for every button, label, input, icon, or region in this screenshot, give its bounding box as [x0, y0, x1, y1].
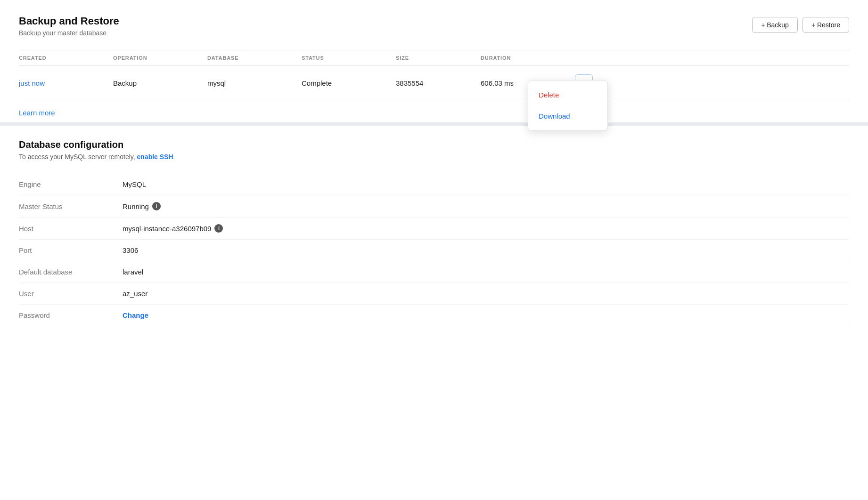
- host-value: mysql-instance-a326097b09: [123, 225, 211, 233]
- config-label-host: Host: [19, 225, 123, 233]
- config-row-default-db: Default database laravel: [19, 261, 849, 283]
- backup-table: CREATED OPERATION DATABASE STATUS SIZE D…: [19, 50, 849, 122]
- status-info-icon[interactable]: i: [152, 202, 161, 210]
- desc-suffix: .: [173, 153, 175, 161]
- config-value-status: Running i: [123, 202, 849, 210]
- col-created: CREATED: [19, 55, 113, 61]
- config-row-status: Master Status Running i: [19, 195, 849, 218]
- col-database: DATABASE: [207, 55, 302, 61]
- config-row-engine: Engine MySQL: [19, 174, 849, 195]
- restore-button[interactable]: + Restore: [802, 17, 849, 33]
- config-row-port: Port 3306: [19, 240, 849, 261]
- change-password-link[interactable]: Change: [123, 311, 148, 319]
- db-config-title: Database configuration: [19, 139, 849, 150]
- page-header: Backup and Restore Backup your master da…: [19, 15, 849, 37]
- dropdown-download-item[interactable]: Download: [528, 105, 607, 127]
- col-status: STATUS: [302, 55, 396, 61]
- config-value-host: mysql-instance-a326097b09 i: [123, 224, 849, 233]
- enable-ssh-link[interactable]: enable SSH: [137, 153, 173, 161]
- default-db-value: laravel: [123, 268, 143, 276]
- port-value: 3306: [123, 246, 138, 254]
- col-actions: [575, 55, 603, 61]
- table-row: just now Backup mysql Complete 3835554 6…: [19, 66, 849, 100]
- dropdown-delete-item[interactable]: Delete: [528, 84, 607, 105]
- page-title: Backup and Restore: [19, 15, 119, 27]
- page-container: Backup and Restore Backup your master da…: [0, 0, 868, 341]
- config-label-engine: Engine: [19, 180, 123, 188]
- col-size: SIZE: [396, 55, 481, 61]
- col-duration: DURATION: [481, 55, 575, 61]
- desc-prefix: To access your MySQL server remotely,: [19, 153, 137, 161]
- config-label-password: Password: [19, 311, 123, 319]
- learn-more-row: Learn more: [19, 100, 849, 122]
- section-divider: [0, 122, 868, 126]
- config-row-host: Host mysql-instance-a326097b09 i: [19, 218, 849, 240]
- config-value-engine: MySQL: [123, 180, 849, 188]
- cell-size: 3835554: [396, 79, 481, 87]
- header-actions: + Backup + Restore: [752, 17, 849, 33]
- table-header: CREATED OPERATION DATABASE STATUS SIZE D…: [19, 50, 849, 66]
- config-value-port: 3306: [123, 246, 849, 254]
- col-operation: OPERATION: [113, 55, 207, 61]
- dropdown-menu: Delete Download: [528, 80, 608, 131]
- config-label-user: User: [19, 290, 123, 298]
- cell-created: just now: [19, 79, 113, 87]
- cell-operation: Backup: [113, 79, 207, 87]
- more-btn-wrapper: ••• Delete Download: [575, 74, 603, 91]
- config-row-password: Password Change: [19, 305, 849, 326]
- config-value-user: az_user: [123, 290, 849, 298]
- db-config-section: Database configuration To access your My…: [19, 139, 849, 326]
- db-config-desc: To access your MySQL server remotely, en…: [19, 153, 849, 161]
- config-value-default-db: laravel: [123, 268, 849, 276]
- config-label-port: Port: [19, 246, 123, 254]
- host-info-icon[interactable]: i: [214, 224, 223, 233]
- config-label-default-db: Default database: [19, 268, 123, 276]
- cell-status: Complete: [302, 79, 396, 87]
- learn-more-link[interactable]: Learn more: [19, 109, 55, 117]
- config-row-user: User az_user: [19, 283, 849, 305]
- page-subtitle: Backup your master database: [19, 29, 119, 37]
- user-value: az_user: [123, 290, 147, 298]
- cell-database: mysql: [207, 79, 302, 87]
- config-value-password: Change: [123, 311, 849, 319]
- status-value: Running: [123, 202, 149, 210]
- config-table: Engine MySQL Master Status Running i Hos…: [19, 174, 849, 326]
- config-label-status: Master Status: [19, 202, 123, 210]
- header-text: Backup and Restore Backup your master da…: [19, 15, 119, 37]
- backup-button[interactable]: + Backup: [752, 17, 798, 33]
- engine-value: MySQL: [123, 180, 146, 188]
